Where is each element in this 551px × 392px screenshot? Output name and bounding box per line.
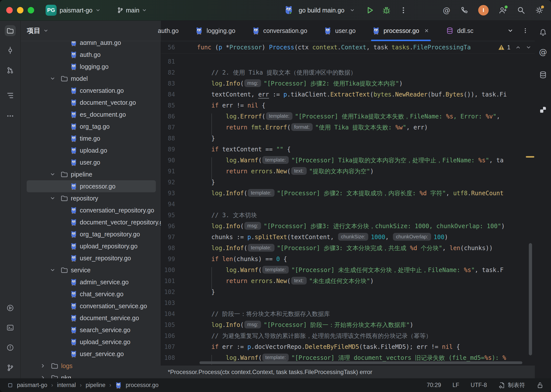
rail-database-button[interactable] <box>539 70 548 79</box>
tab-logging-go[interactable]: logging.go <box>187 20 244 41</box>
tree-item-upload-service-go[interactable]: upload_service.go <box>20 336 161 348</box>
tree-chevron[interactable] <box>50 196 61 201</box>
code-line-93[interactable]: 93 log.Infof(template:"[Processor] 步骤2: … <box>161 188 535 199</box>
run-button[interactable] <box>366 6 374 14</box>
line-number[interactable]: 88 <box>161 133 175 144</box>
tree-item-user-go[interactable]: user.go <box>20 156 161 168</box>
line-number[interactable]: 86 <box>161 111 175 122</box>
line-number[interactable]: 104 <box>161 308 175 319</box>
tree-chevron[interactable] <box>40 363 51 369</box>
rail-ai-coil-button[interactable]: @ <box>539 47 548 56</box>
minimize-window-button[interactable] <box>17 7 23 13</box>
line-number[interactable]: 95 <box>161 210 175 221</box>
code-line-99[interactable]: 99 if len(chunks) == 0 { <box>161 254 535 265</box>
toolstrip-run-button[interactable] <box>5 302 16 313</box>
line-number[interactable]: 106 <box>161 330 175 341</box>
line-number[interactable]: 99 <box>161 254 175 265</box>
line-number[interactable]: 81 <box>161 56 175 67</box>
tree-item-org-tag-repository-go[interactable]: org_tag_repository.go <box>20 228 161 240</box>
tab-more-icon[interactable] <box>522 28 528 34</box>
tab-user-go[interactable]: user.go <box>316 20 364 41</box>
line-number[interactable]: 89 <box>161 144 175 155</box>
code-line-81[interactable]: 81 <box>161 56 535 67</box>
prev-problem-icon[interactable] <box>515 45 521 50</box>
code-line-106[interactable]: 106 // 为避免重复写入导致的累计膨胀，处理前先清理该文件既有的分块记录（幂… <box>161 330 535 341</box>
tree-item-repository[interactable]: repository <box>20 192 161 204</box>
tree-item-time-go[interactable]: time.go <box>20 132 161 144</box>
line-number[interactable]: 102 <box>161 287 175 297</box>
line-number[interactable]: 93 <box>161 188 175 199</box>
close-tab-icon[interactable] <box>424 28 429 33</box>
line-number[interactable]: 92 <box>161 177 175 188</box>
tree-item-logs[interactable]: logs <box>20 360 161 372</box>
tree-item-document-vector-repository-go[interactable]: document_vector_repository.go <box>20 216 161 228</box>
close-window-button[interactable] <box>6 7 13 13</box>
code-line-95[interactable]: 95 // 3. 文本切块 <box>161 210 535 221</box>
tree-item-upload-go[interactable]: upload.go <box>20 144 161 156</box>
line-number[interactable]: 107 <box>161 341 175 352</box>
tree-item-es-document-go[interactable]: es_document.go <box>20 108 161 120</box>
rail-notifications-bell-button[interactable] <box>539 28 548 37</box>
code-line-98[interactable]: 98 log.Infof(template:"[Processor] 步骤3: … <box>161 243 535 254</box>
toolstrip-pull-request-button[interactable] <box>5 65 16 76</box>
chevron-down-icon[interactable] <box>350 8 355 13</box>
horizontal-scrollbar[interactable] <box>199 361 522 364</box>
line-number[interactable]: 105 <box>161 319 175 330</box>
search-icon[interactable] <box>517 6 525 14</box>
tree-item-user-repository-go[interactable]: user_repository.go <box>20 252 161 264</box>
tree-chevron[interactable] <box>50 172 61 177</box>
ai-assistant-icon[interactable]: @ <box>443 6 450 15</box>
toolstrip-more-button[interactable] <box>5 110 16 121</box>
code-line-92[interactable]: 92 } <box>161 177 535 188</box>
tree-item-upload-repository-go[interactable]: upload_repository.go <box>20 240 161 252</box>
debug-button[interactable] <box>382 6 391 14</box>
code-line-107[interactable]: 107 if err := p.docVectorRepo.DeleteByFi… <box>161 341 535 352</box>
tree-item-conversation-service-go[interactable]: conversation_service.go <box>20 300 161 312</box>
toolstrip-branch-button[interactable] <box>5 362 16 373</box>
tree-item-admin-service-go[interactable]: admin_service.go <box>20 276 161 288</box>
settings-button[interactable] <box>535 6 544 14</box>
code-line-100[interactable]: 100 log.Warnf(template:"[Processor] 未生成任… <box>161 265 535 276</box>
tree-item-org-tag-go[interactable]: org_tag.go <box>20 120 161 132</box>
code-line-83[interactable]: 83 log.Info(msg:"[Processor] 步骤2: 使用Tika… <box>161 78 535 89</box>
sticky-declaration-line[interactable]: 56func (p *Processor) Process(ctx contex… <box>161 41 535 54</box>
tab-processor-go[interactable]: processor.go <box>364 20 438 41</box>
breadcrumb-item[interactable]: paismart-go <box>17 382 47 389</box>
tree-item-processor-go[interactable]: processor.go <box>27 180 156 192</box>
tree-item-admin-auth-go[interactable]: admin_auth.go <box>20 41 161 49</box>
tree-item-model[interactable]: model <box>20 73 161 85</box>
maximize-window-button[interactable] <box>28 7 34 13</box>
code-line-102[interactable]: 102 } <box>161 287 535 297</box>
call-icon[interactable] <box>460 6 468 14</box>
code-line-85[interactable]: 85 if err != nil { <box>161 100 535 111</box>
toolstrip-structure-button[interactable] <box>5 90 16 101</box>
code-line-89[interactable]: 89 if textContent == "" { <box>161 144 535 155</box>
line-number[interactable]: 87 <box>161 122 175 133</box>
toolstrip-folder-button[interactable] <box>5 25 16 36</box>
toolstrip-problems-button[interactable] <box>5 342 16 353</box>
line-separator[interactable]: LF <box>453 382 459 389</box>
toolstrip-commit-button[interactable] <box>5 45 16 56</box>
line-number[interactable]: 82 <box>161 67 175 78</box>
code-line-97[interactable]: 97 chunks := p.splitText(textContent, ch… <box>161 232 535 243</box>
tree-chevron[interactable] <box>40 375 51 378</box>
tree-item-logging-go[interactable]: logging.go <box>20 61 161 73</box>
add-user-button[interactable] <box>499 6 507 14</box>
tree-item-pkg[interactable]: pkg <box>20 372 161 378</box>
more-actions-icon[interactable] <box>400 6 407 14</box>
line-number[interactable]: 101 <box>161 276 175 287</box>
tree-item-chat-service-go[interactable]: chat_service.go <box>20 288 161 300</box>
breadcrumb-item[interactable]: internal <box>57 382 76 389</box>
line-number[interactable]: 100 <box>161 265 175 276</box>
tree-chevron[interactable] <box>50 267 61 273</box>
tree-item-document-service-go[interactable]: document_service.go <box>20 312 161 324</box>
tree-item-conversation-repository-go[interactable]: conversation_repository.go <box>20 204 161 216</box>
code-editor[interactable]: 8182 // 2. 使用 Tika 提取文本（使用缓冲区中的数据）83 log… <box>161 54 535 366</box>
code-line-82[interactable]: 82 // 2. 使用 Tika 提取文本（使用缓冲区中的数据） <box>161 67 535 78</box>
next-problem-icon[interactable] <box>526 45 531 50</box>
code-line-87[interactable]: 87 return fmt.Errorf(format:"使用 Tika 提取文… <box>161 122 535 133</box>
line-number[interactable]: 98 <box>161 243 175 254</box>
line-number[interactable]: 91 <box>161 166 175 177</box>
code-line-84[interactable]: 84 textContent, err := p.tikaClient.Extr… <box>161 89 535 100</box>
line-number[interactable]: 97 <box>161 232 175 243</box>
